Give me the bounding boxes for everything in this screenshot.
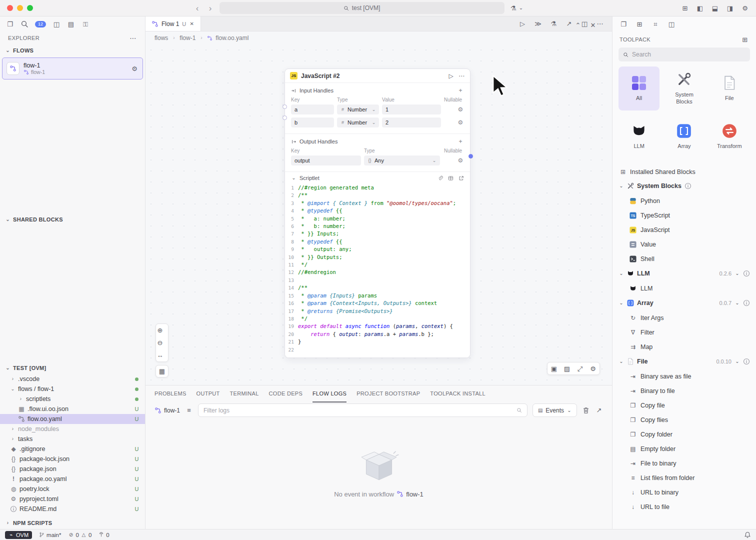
- block-item[interactable]: Python: [612, 194, 756, 208]
- zoom-out-button[interactable]: ⊖: [156, 336, 164, 349]
- version-label[interactable]: 0.0.7: [720, 300, 732, 306]
- blocks-icon[interactable]: ❐: [620, 20, 628, 28]
- test-beaker-icon[interactable]: ⚗: [550, 20, 558, 28]
- npm-scripts-section-header[interactable]: › NPM SCRIPTS: [0, 517, 145, 529]
- open-external-icon[interactable]: [458, 176, 464, 181]
- panel-tab[interactable]: PROBLEMS: [154, 386, 186, 402]
- toggle-left-panel-icon[interactable]: ◧: [696, 4, 704, 12]
- input-value-field[interactable]: 2: [382, 118, 441, 128]
- file-tree-item[interactable]: ◆ .gitignore U: [0, 444, 145, 454]
- search-icon[interactable]: [20, 20, 28, 28]
- block-item[interactable]: ❐ Copy flies: [612, 412, 756, 427]
- remote-indicator[interactable]: ⌁ OVM: [5, 531, 32, 539]
- panel-tab[interactable]: CODE DEPS: [269, 386, 303, 402]
- input-handle-dot-b[interactable]: [282, 116, 287, 120]
- block-item[interactable]: TS TypeScript: [612, 208, 756, 222]
- layout-icon[interactable]: ◫: [668, 20, 676, 28]
- info-icon[interactable]: [743, 358, 750, 365]
- flow-canvas[interactable]: JS JavaScript #2 ▷ ⋯ Input Handles + Key…: [146, 44, 612, 385]
- output-handle-dot[interactable]: [468, 154, 473, 158]
- run-flow-icon[interactable]: ▷: [518, 20, 526, 28]
- toolpack-tile[interactable]: Transform: [709, 114, 750, 158]
- close-tab-icon[interactable]: ✕: [189, 21, 194, 26]
- tab-flow-1[interactable]: Flow 1 U ✕: [146, 16, 201, 31]
- block-item[interactable]: ⇉ Map: [612, 340, 756, 354]
- minimize-window-button[interactable]: [17, 5, 23, 11]
- more-actions-icon[interactable]: ⋯: [596, 20, 604, 28]
- block-item[interactable]: LLM: [612, 281, 756, 296]
- canvas-settings-gear-icon[interactable]: ⚙: [586, 362, 600, 374]
- panel-tab[interactable]: OUTPUT: [196, 386, 220, 402]
- toolpack-tile[interactable]: All: [618, 66, 660, 110]
- file-tree-item[interactable]: ⚙ pyproject.toml U: [0, 494, 145, 504]
- input-handle-dot-a[interactable]: [282, 104, 287, 109]
- fit-view-button[interactable]: ↔: [156, 349, 164, 362]
- split-editor-icon[interactable]: ◫: [52, 20, 60, 28]
- flow-selector[interactable]: flow-1: [154, 407, 180, 414]
- input-type-select[interactable]: # Number ⌄: [337, 104, 379, 114]
- project-section-header[interactable]: ⌄ TEST [OVM]: [0, 362, 145, 374]
- version-chevron-icon[interactable]: ⌄: [734, 359, 740, 364]
- version-chevron-icon[interactable]: ⌄: [734, 300, 740, 306]
- toolpack-tile[interactable]: Array: [664, 114, 704, 158]
- back-icon[interactable]: ‹: [194, 4, 202, 12]
- file-tree-item[interactable]: › .vscode: [0, 374, 145, 384]
- panel-tab[interactable]: PROJECT BOOTSTRAP: [356, 386, 420, 402]
- file-tree-item[interactable]: {} package.json U: [0, 464, 145, 474]
- export-logs-icon[interactable]: ↗: [595, 406, 603, 414]
- block-item[interactable]: ❐ Copy file: [612, 398, 756, 412]
- maximize-window-button[interactable]: [27, 5, 33, 11]
- close-window-button[interactable]: [7, 5, 13, 11]
- info-icon[interactable]: [684, 182, 692, 190]
- block-item[interactable]: Shell: [612, 252, 756, 266]
- version-chevron-icon[interactable]: ⌄: [734, 271, 740, 276]
- panel-tab[interactable]: FLOW LOGS: [312, 386, 346, 402]
- events-dropdown[interactable]: ▤ Events ⌄: [532, 404, 577, 417]
- block-item[interactable]: JS JavaScript: [612, 222, 756, 237]
- file-tree-item[interactable]: › scriptlets: [0, 394, 145, 404]
- info-icon[interactable]: [743, 270, 750, 277]
- panel-tab[interactable]: TOOLPACK INSTALL: [430, 386, 486, 402]
- file-tree-item[interactable]: README.md U: [0, 504, 145, 514]
- input-value-field[interactable]: 1: [382, 104, 441, 114]
- new-toolpack-icon[interactable]: ⊞: [741, 36, 749, 44]
- block-group-header[interactable]: ⌄ Array 0.0.7 ⌄: [612, 296, 756, 310]
- paperclip-icon[interactable]: [438, 176, 443, 181]
- node-javascript-2[interactable]: JS JavaScript #2 ▷ ⋯ Input Handles + Key…: [284, 68, 470, 358]
- block-item[interactable]: ↓ URL to binary: [612, 485, 756, 500]
- log-list-icon[interactable]: ≡: [185, 406, 193, 414]
- block-group-header[interactable]: ⌄ File 0.0.10 ⌄: [612, 354, 756, 369]
- flow-settings-gear-icon[interactable]: ⚙: [130, 64, 138, 72]
- file-tree-item[interactable]: {} package-lock.json U: [0, 454, 145, 464]
- source-control-changes-badge[interactable]: 12: [35, 21, 46, 28]
- run-all-icon[interactable]: ≫: [534, 20, 542, 28]
- minimap-button[interactable]: ▨: [560, 362, 574, 374]
- flows-section-header[interactable]: ⌄ FLOWS: [0, 44, 145, 56]
- breadcrumb-subfolder[interactable]: flow-1: [180, 34, 196, 42]
- panel-tab[interactable]: TERMINAL: [230, 386, 259, 402]
- handle-settings-gear-icon[interactable]: ⚙: [457, 119, 464, 126]
- settings-gear-icon[interactable]: ⚙: [741, 4, 749, 12]
- run-node-icon[interactable]: ▷: [448, 72, 454, 80]
- block-item[interactable]: ↻ Iter Args: [612, 310, 756, 325]
- command-center-search[interactable]: test [OVM]: [220, 2, 504, 14]
- toolpack-tile[interactable]: System Blocks: [664, 66, 704, 110]
- forward-icon[interactable]: ›: [206, 4, 214, 12]
- handle-settings-gear-icon[interactable]: ⚙: [457, 157, 464, 164]
- version-label[interactable]: 0.2.6: [720, 270, 732, 276]
- key-icon[interactable]: ⚿: [82, 20, 90, 28]
- snapshot-button[interactable]: ▣: [548, 362, 560, 374]
- collapse-panel-icon[interactable]: ⌃: [574, 21, 582, 29]
- output-type-select[interactable]: {} Any ⌄: [364, 156, 440, 166]
- breadcrumb-folder[interactable]: flows: [154, 34, 168, 42]
- toggle-bottom-panel-icon[interactable]: ⬓: [711, 4, 719, 12]
- block-item[interactable]: ❐ Copy folder: [612, 427, 756, 442]
- problems-item[interactable]: ⊘ 0 △ 0: [68, 532, 92, 538]
- filter-logs-input[interactable]: Filter logs: [198, 404, 528, 417]
- shared-blocks-section-header[interactable]: ⌄ SHARED BLOCKS: [0, 214, 145, 226]
- block-item[interactable]: ≡ List files from folder: [612, 470, 756, 485]
- file-tree-item[interactable]: ▦ .flow.ui.oo.json U: [0, 404, 145, 414]
- clear-logs-trash-icon[interactable]: [582, 406, 590, 414]
- version-label[interactable]: 0.0.10: [716, 358, 732, 364]
- layout-grid-icon[interactable]: ⊞: [681, 4, 689, 12]
